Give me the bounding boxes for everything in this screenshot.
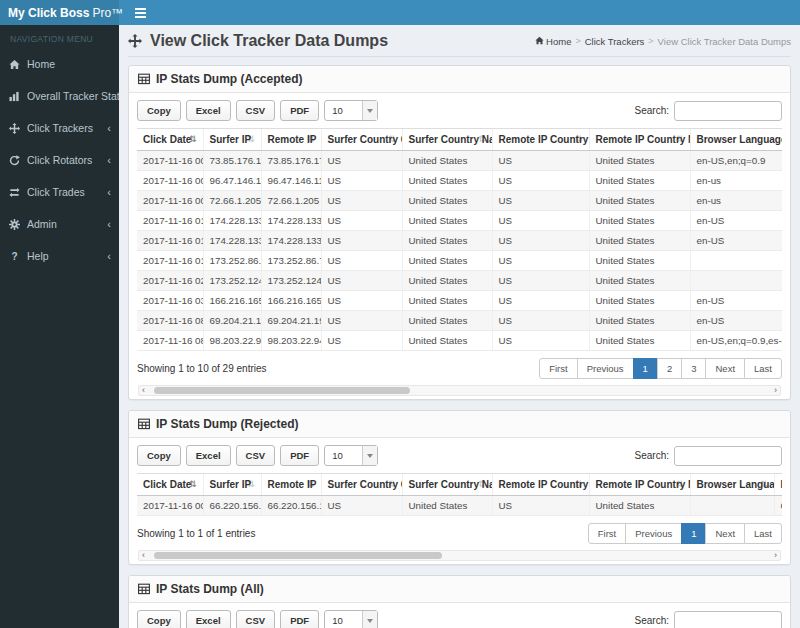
page-size-select[interactable]: 10 xyxy=(324,445,378,466)
column-header-click-date[interactable]: ⇅Click Date xyxy=(137,129,203,151)
page-button-3[interactable]: 3 xyxy=(681,358,706,379)
column-header-ip[interactable]: ⇅IP xyxy=(774,474,782,496)
page-button-previous[interactable]: Previous xyxy=(625,523,682,544)
sidebar-item-help[interactable]: ?Help‹ xyxy=(0,240,119,272)
scrollbar-thumb[interactable] xyxy=(154,552,442,559)
search-input[interactable] xyxy=(674,446,782,466)
excel-button[interactable]: Excel xyxy=(186,610,231,628)
column-header-surfer-ip[interactable]: ⇅Surfer IP xyxy=(203,129,261,151)
scrollbar-thumb[interactable] xyxy=(154,387,410,394)
page-size-select[interactable]: 10 xyxy=(324,610,378,628)
page-button-first[interactable]: First xyxy=(588,523,626,544)
column-header-remote-ip[interactable]: ⇅Remote IP xyxy=(261,474,321,496)
sidebar-item-home[interactable]: Home xyxy=(0,48,119,80)
panel-ip-stats-rejected: IP Stats Dump (Rejected) CopyExcelCSVPDF… xyxy=(128,410,791,565)
cell: US xyxy=(492,311,589,331)
page-button-next[interactable]: Next xyxy=(705,523,745,544)
column-header-remote-ip-country-name[interactable]: ⇅Remote IP Country Name xyxy=(589,474,690,496)
cell: en-us xyxy=(690,171,782,191)
search-input[interactable] xyxy=(674,101,782,121)
sidebar-item-click-trackers[interactable]: Click Trackers‹ xyxy=(0,112,119,144)
column-header-surfer-country-name[interactable]: ⇅Surfer Country Name xyxy=(402,129,492,151)
table-info: Showing 1 to 10 of 29 entries xyxy=(137,363,267,374)
column-label: Click Date xyxy=(143,479,191,490)
page-button-first[interactable]: First xyxy=(539,358,577,379)
chevron-down-icon xyxy=(362,611,377,628)
pdf-button[interactable]: PDF xyxy=(280,445,319,466)
cell: United States xyxy=(589,211,690,231)
cell: United States xyxy=(589,231,690,251)
copy-button[interactable]: Copy xyxy=(137,445,181,466)
page-button-2[interactable]: 2 xyxy=(657,358,682,379)
cell: United States xyxy=(402,291,492,311)
page-button-1[interactable]: 1 xyxy=(681,523,706,544)
breadcrumb-item-0[interactable]: Home xyxy=(535,36,571,47)
column-header-remote-ip-country-code[interactable]: ⇅Remote IP Country Code xyxy=(492,129,589,151)
copy-button[interactable]: Copy xyxy=(137,610,181,628)
cell: United States xyxy=(402,191,492,211)
cell: 98.203.22.94 xyxy=(261,331,321,351)
cell: United States xyxy=(589,151,690,171)
csv-button[interactable]: CSV xyxy=(236,445,276,466)
column-header-surfer-ip[interactable]: ⇅Surfer IP xyxy=(203,474,261,496)
cell: 2017-11-16 00:45:58 xyxy=(137,171,203,191)
cell: US xyxy=(492,211,589,231)
search-label: Search: xyxy=(635,105,669,116)
search-input[interactable] xyxy=(674,611,782,628)
column-header-remote-ip-country-name[interactable]: ⇅Remote IP Country Name xyxy=(589,129,690,151)
scroll-left-icon[interactable]: ‹ xyxy=(142,550,145,561)
cell: 2017-11-16 01:11:16 xyxy=(137,231,203,251)
exchange-icon xyxy=(8,187,21,198)
page-button-previous[interactable]: Previous xyxy=(577,358,634,379)
breadcrumb-item-1[interactable]: Click Trackers xyxy=(585,36,645,47)
table-row: 2017-11-16 08:08:0169.204.21.19469.204.2… xyxy=(137,311,782,331)
cell: United States xyxy=(402,251,492,271)
column-header-surfer-country-code[interactable]: ⇅Surfer Country Code xyxy=(321,474,402,496)
column-header-surfer-country-code[interactable]: ⇅Surfer Country Code xyxy=(321,129,402,151)
table-toolbar: CopyExcelCSVPDF 10 Search: xyxy=(137,100,782,121)
column-header-surfer-country-name[interactable]: ⇅Surfer Country Name xyxy=(402,474,492,496)
copy-button[interactable]: Copy xyxy=(137,100,181,121)
excel-button[interactable]: Excel xyxy=(186,445,231,466)
column-header-browser-language-code[interactable]: ⇅Browser Language Code xyxy=(690,129,782,151)
pdf-button[interactable]: PDF xyxy=(280,610,319,628)
cell: US xyxy=(492,331,589,351)
page-size-select[interactable]: 10 xyxy=(324,100,378,121)
table-info: Showing 1 to 1 of 1 entries xyxy=(137,528,255,539)
scroll-left-icon[interactable]: ‹ xyxy=(142,385,145,396)
cell: US xyxy=(321,271,402,291)
column-header-remote-ip[interactable]: ⇅Remote IP xyxy=(261,129,321,151)
table-icon xyxy=(138,418,150,430)
scroll-right-icon[interactable]: › xyxy=(774,385,777,396)
hamburger-icon[interactable] xyxy=(129,4,151,22)
chevron-left-icon: ‹ xyxy=(107,188,111,196)
cell: 2017-11-16 00:42:35 xyxy=(137,151,203,171)
horizontal-scrollbar[interactable]: ‹ › xyxy=(138,385,781,396)
cell: 2017-11-16 03:19:09 xyxy=(137,291,203,311)
cell: United States xyxy=(402,331,492,351)
brand-logo[interactable]: My Click Boss Pro™ xyxy=(0,0,119,25)
csv-button[interactable]: CSV xyxy=(236,610,276,628)
cell: 66 xyxy=(774,496,782,516)
cell: United States xyxy=(402,231,492,251)
horizontal-scrollbar[interactable]: ‹ › xyxy=(138,550,781,561)
csv-button[interactable]: CSV xyxy=(236,100,276,121)
sidebar-item-overall-tracker-stats[interactable]: Overall Tracker Stats xyxy=(0,80,119,112)
pdf-button[interactable]: PDF xyxy=(280,100,319,121)
chevron-down-icon xyxy=(362,101,377,120)
sidebar-item-click-rotators[interactable]: Click Rotators‹ xyxy=(0,144,119,176)
panel-heading: IP Stats Dump (Accepted) xyxy=(129,66,790,93)
excel-button[interactable]: Excel xyxy=(186,100,231,121)
column-header-browser-language-code[interactable]: ⇅Browser Language Code xyxy=(690,474,774,496)
page-button-last[interactable]: Last xyxy=(744,523,782,544)
table-row: 2017-11-16 00:45:1366.220.156.14566.220.… xyxy=(137,496,782,516)
sidebar-item-click-trades[interactable]: Click Trades‹ xyxy=(0,176,119,208)
page-button-next[interactable]: Next xyxy=(705,358,745,379)
page-button-1[interactable]: 1 xyxy=(633,358,658,379)
scroll-right-icon[interactable]: › xyxy=(774,550,777,561)
cell: 2017-11-16 02:18:28 xyxy=(137,271,203,291)
column-header-remote-ip-country-code[interactable]: ⇅Remote IP Country Code xyxy=(492,474,589,496)
column-header-click-date[interactable]: ⇅Click Date xyxy=(137,474,203,496)
page-button-last[interactable]: Last xyxy=(744,358,782,379)
sidebar-item-admin[interactable]: Admin‹ xyxy=(0,208,119,240)
